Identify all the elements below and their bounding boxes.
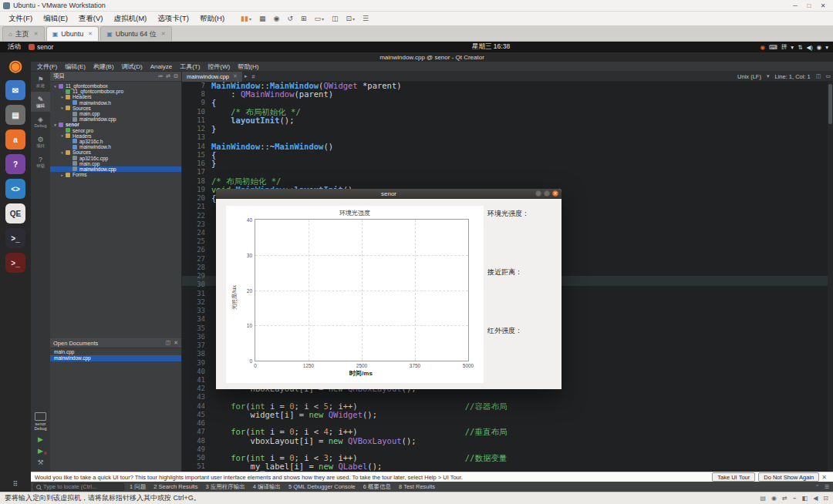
run-button[interactable]: ▶	[31, 434, 50, 444]
tree-item[interactable]: mainwindow.cpp	[50, 116, 181, 122]
qtcreator-menu-item[interactable]: 控件(W)	[204, 62, 234, 71]
output-pane-button[interactable]: 2 Search Results	[150, 483, 201, 491]
tree-item[interactable]: ▾Headers	[50, 94, 181, 99]
qtcreator-menu-item[interactable]: 文件(F)	[33, 62, 61, 71]
hdd-status-icon[interactable]: ▤	[760, 495, 767, 502]
collapse-all-icon[interactable]: ⊟	[174, 73, 178, 79]
qtcreator-menu-item[interactable]: Analyze	[147, 63, 176, 70]
network-icon[interactable]: ⇅	[798, 44, 802, 51]
display-status-icon[interactable]: ◧	[802, 495, 808, 502]
filter-icon[interactable]: ≔	[157, 73, 163, 79]
qtcreator-menu-item[interactable]: 调试(D)	[118, 62, 147, 71]
tree-item[interactable]: mainwindow.h	[50, 144, 181, 150]
vmware-menu-item[interactable]: 编辑(E)	[38, 14, 73, 24]
clock-label[interactable]: 星期三 16:38	[472, 42, 510, 52]
vmware-menu-item[interactable]: 查看(V)	[73, 14, 109, 24]
software-store-icon[interactable]: a	[5, 129, 25, 150]
activities-button[interactable]: 活动	[0, 42, 29, 52]
tree-item[interactable]: main.cpp	[50, 161, 181, 166]
unity-view-button[interactable]: ◫	[332, 15, 339, 22]
output-pane-button[interactable]: 8 Test Results	[395, 483, 439, 491]
locator-input[interactable]: Type to locate (Ctrl...	[33, 483, 124, 491]
take-ui-tour-button[interactable]: Take UI Tour	[712, 472, 755, 482]
tree-item[interactable]: ▾Sources	[50, 150, 181, 155]
minimize-button[interactable]	[535, 190, 541, 197]
output-pane-button[interactable]: 5 QML Debugger Console	[285, 483, 359, 491]
qtcreator-titlebar[interactable]: mainwindow.cpp @ senor - Qt Creator	[31, 52, 833, 62]
snapshot-button[interactable]: ◉	[274, 15, 280, 22]
mode-edit[interactable]: ✎编辑	[31, 92, 50, 112]
ctrl-alt-del-button[interactable]: ▦	[259, 15, 266, 22]
open-document-item[interactable]: main.cpp	[50, 348, 181, 355]
scrollbar-thumb[interactable]	[828, 84, 832, 124]
qtcreator-menu-item[interactable]: 编辑(E)	[61, 62, 89, 71]
split-icon[interactable]: ◫	[166, 340, 171, 346]
input-method-indicator[interactable]: 拼	[781, 43, 787, 51]
split-editor-icon[interactable]: ◫	[816, 73, 821, 79]
app-grid-icon[interactable]: ⠿	[0, 480, 31, 488]
tree-item[interactable]: ▾senor	[50, 122, 181, 127]
encoding-select[interactable]: Unix (LF)	[737, 73, 761, 80]
focused-app-indicator[interactable]: senor	[29, 43, 53, 51]
network-status-icon[interactable]: ⇄	[782, 495, 787, 502]
tree-item[interactable]: ▾11_qfontcombobox	[50, 83, 181, 89]
tree-item[interactable]: ▾Sources	[50, 106, 181, 111]
qe-app-icon[interactable]: QE	[5, 203, 25, 223]
tree-item[interactable]: main.cpp	[50, 111, 181, 116]
tree-item[interactable]: ▾Headers	[50, 133, 181, 139]
text-editor-icon[interactable]: ▤	[5, 105, 25, 125]
tree-item[interactable]: 11_qfontcombobox.pro	[50, 89, 181, 94]
volume-icon[interactable]: ◀)	[806, 44, 812, 51]
tree-item[interactable]: mainwindow.cpp	[50, 166, 181, 172]
sound-status-icon[interactable]: ◀	[813, 495, 818, 502]
vmware-menu-item[interactable]: 选项卡(T)	[152, 14, 194, 24]
mode-debug[interactable]: ◈Debug	[31, 112, 50, 132]
vmware-menu-item[interactable]: 帮助(H)	[194, 14, 230, 24]
fullscreen-corner-icon[interactable]: ⊡	[823, 495, 828, 502]
output-pane-button[interactable]: 4 编译输出	[249, 483, 285, 491]
project-panel-title[interactable]: 项目	[53, 72, 65, 80]
usb-status-icon[interactable]: ⌁	[793, 495, 797, 502]
close-tab-icon[interactable]: ✕	[34, 31, 39, 37]
tab-ubuntu-64[interactable]: ▣Ubuntu 64 位✕	[100, 26, 171, 41]
power-icon[interactable]: ◉	[817, 44, 822, 51]
close-button[interactable]: ✕	[552, 190, 558, 197]
keyboard-icon[interactable]: ⌨	[769, 44, 777, 51]
open-document-item[interactable]: mainwindow.cpp	[50, 355, 181, 362]
pin-icon[interactable]: ▸	[245, 73, 248, 79]
console-view-button[interactable]: ▭▾	[314, 15, 324, 22]
output-pane-button[interactable]: 6 概要信息	[359, 483, 395, 491]
sync-icon[interactable]: ⇄	[166, 73, 170, 79]
close-tab-icon[interactable]: ✕	[88, 31, 93, 37]
maximize-panel-icon[interactable]: ⌃	[815, 484, 820, 490]
chevron-down-icon[interactable]: ▾	[825, 44, 828, 51]
maximize-button[interactable]	[544, 190, 550, 197]
mode-help[interactable]: ?帮助	[31, 152, 50, 172]
qtcreator-menu-item[interactable]: 构建(B)	[89, 62, 118, 71]
tree-item[interactable]: mainwindow.h	[50, 100, 181, 106]
vmware-menu-item[interactable]: 虚拟机(M)	[108, 14, 152, 24]
fullscreen-button[interactable]: ⊡▾	[346, 15, 356, 22]
chevron-down-icon[interactable]: ▾	[791, 44, 794, 51]
qtcreator-menu-item[interactable]: 帮助(H)	[234, 62, 262, 71]
tab-ubuntu[interactable]: ▣Ubuntu✕	[46, 26, 99, 41]
suspend-button[interactable]: ▮▮▾	[241, 15, 251, 22]
open-documents-title[interactable]: Open Documents	[53, 340, 98, 347]
hash-icon[interactable]: #	[251, 74, 255, 79]
qtcreator-menu-item[interactable]: 工具(T)	[176, 62, 204, 71]
terminal-icon[interactable]: >_	[5, 228, 25, 248]
cdrom-status-icon[interactable]: ◉	[771, 495, 777, 502]
vscode-icon[interactable]: <>	[5, 179, 25, 199]
firefox-icon[interactable]: ◉	[5, 55, 25, 76]
close-button[interactable]: ✕	[816, 2, 830, 9]
help-icon[interactable]: ?	[5, 154, 25, 174]
tree-item[interactable]: ▸Forms	[50, 172, 181, 177]
tree-item[interactable]: ap3216c.cpp	[50, 155, 181, 160]
mail-icon[interactable]: ✉	[5, 80, 25, 100]
do-not-show-again-button[interactable]: Do Not Show Again	[758, 472, 819, 482]
tab-home[interactable]: ⌂主页✕	[2, 26, 45, 41]
tree-item[interactable]: senor.pro	[50, 128, 181, 133]
kit-selector[interactable]: senorDebug	[31, 410, 50, 433]
editor-tab[interactable]: mainwindow.cpp✕	[182, 72, 242, 82]
close-tab-icon[interactable]: ✕	[161, 31, 166, 37]
